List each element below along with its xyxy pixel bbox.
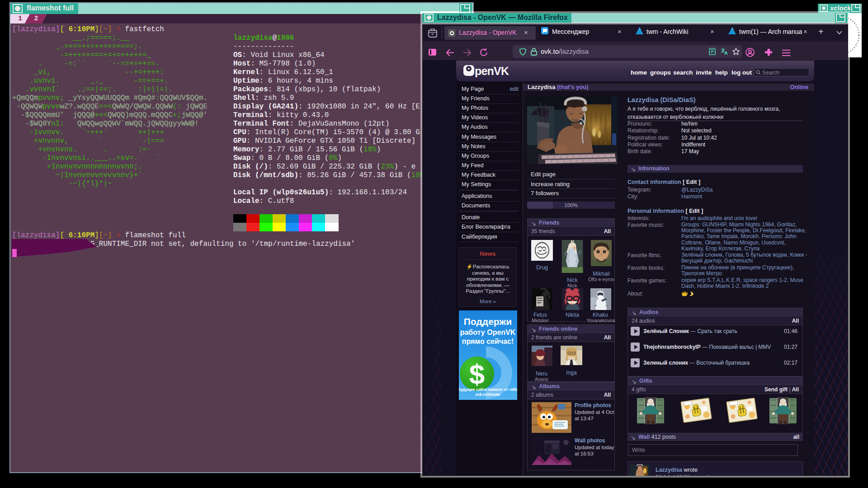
svg-text:прямо сейчас!: прямо сейчас!	[462, 338, 514, 345]
svg-text:$: $	[469, 358, 485, 389]
svg-text:ovk.to/donate: ovk.to/donate	[475, 392, 500, 397]
svg-text:Будущее сайта зависит от тебя: Будущее сайта зависит от тебя	[459, 387, 517, 392]
svg-text:Поддержи: Поддержи	[464, 316, 512, 327]
svg-text:работу OpenVK: работу OpenVK	[460, 328, 516, 336]
